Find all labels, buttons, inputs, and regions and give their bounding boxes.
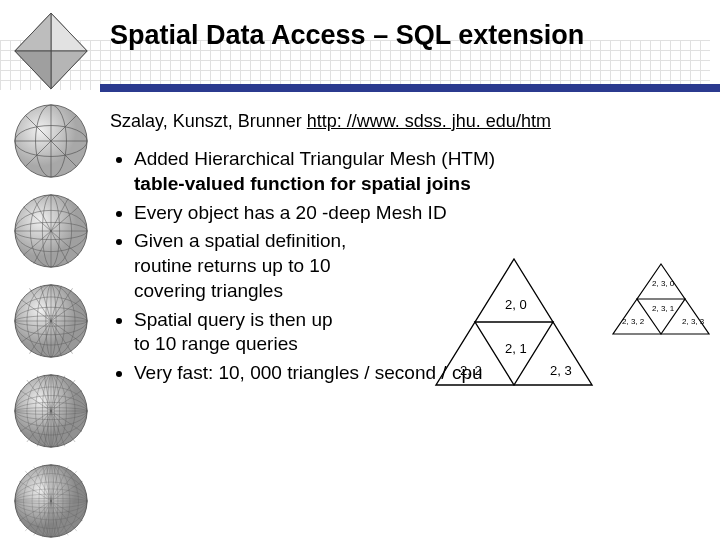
tri-label-22: 2, 2: [460, 363, 482, 378]
tri-label-232: 2, 3, 2: [622, 317, 644, 326]
tri-label-20: 2, 0: [505, 297, 527, 312]
octahedron-icon: [8, 8, 94, 94]
htm-triangle-diagram: 2, 0 2, 1 2, 2 2, 3 2, 3, 0 2, 3, 1 2, 3…: [432, 255, 712, 389]
tri-label-230: 2, 3, 0: [652, 279, 674, 288]
svg-marker-1: [51, 13, 87, 51]
bullet-3-line2: routine returns up to 10: [134, 255, 330, 276]
authors-names: Szalay, Kunszt, Brunner: [110, 111, 302, 131]
bullet-1-line1: Added Hierarchical Triangular Mesh (HTM): [134, 148, 495, 169]
triangle-level1-icon: [432, 255, 597, 389]
subdivision-sidebar: [8, 8, 100, 540]
svg-marker-3: [51, 51, 87, 89]
bullet-1-line2: table-valued function for spatial joins: [134, 173, 471, 194]
svg-marker-4: [15, 51, 51, 89]
sphere-level3-icon: [8, 278, 94, 364]
bullet-4-line1: Spatial query is then up: [134, 309, 333, 330]
bullet-1: Added Hierarchical Triangular Mesh (HTM)…: [134, 147, 708, 196]
authors-link[interactable]: http: //www. sdss. jhu. edu/htm: [307, 111, 551, 131]
page-title: Spatial Data Access – SQL extension: [110, 20, 710, 51]
bullet-2: Every object has a 20 -deep Mesh ID: [134, 201, 708, 226]
title-underline: [100, 84, 720, 92]
sphere-level5-icon: [8, 458, 94, 540]
tri-label-231: 2, 3, 1: [652, 304, 674, 313]
svg-marker-2: [15, 13, 51, 51]
sphere-level2-icon: [8, 188, 94, 274]
tri-label-21: 2, 1: [505, 341, 527, 356]
sphere-level1-icon: [8, 98, 94, 184]
tri-label-23: 2, 3: [550, 363, 572, 378]
bullet-3-line3: covering triangles: [134, 280, 283, 301]
sphere-level4-icon: [8, 368, 94, 454]
bullet-3-line1: Given a spatial definition,: [134, 230, 346, 251]
authors-line: Szalay, Kunszt, Brunner http: //www. sds…: [110, 110, 708, 133]
bullet-4-line2: to 10 range queries: [134, 333, 298, 354]
tri-label-233: 2, 3, 3: [682, 317, 704, 326]
